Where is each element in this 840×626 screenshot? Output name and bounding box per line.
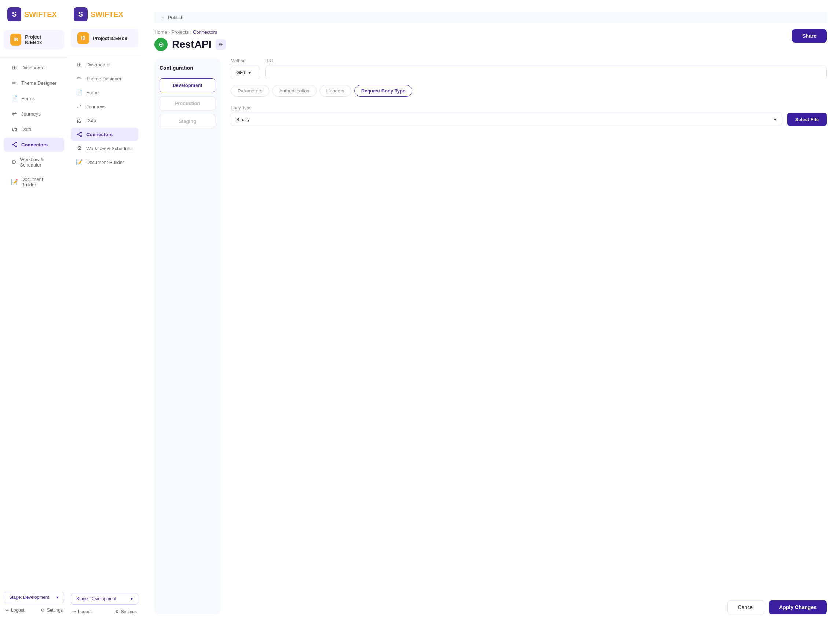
logo: S SWIFTEX (0, 7, 68, 30)
settings-button[interactable]: ⚙ Settings (41, 608, 63, 613)
modal-connector-icon: ⊕ (155, 38, 168, 51)
connectors-icon (11, 141, 17, 148)
modal-logo-icon: S (74, 7, 87, 21)
method-url-row: Method GET ▾ URL (231, 58, 827, 79)
modal-nav-connectors[interactable]: Connectors (71, 128, 138, 141)
modal-sidebar: S SWIFTEX IB Project ICEBox ⊞ Dashboard … (68, 0, 141, 626)
sidebar-item-document-builder[interactable]: 📝 Document Builder (4, 173, 64, 191)
tab-request-body-type[interactable]: Request Body Type (354, 85, 412, 97)
modal-project-name: Project ICEBox (93, 36, 127, 41)
method-group: Method GET ▾ (231, 58, 260, 79)
svg-line-3 (13, 143, 16, 145)
url-group: URL (265, 58, 827, 79)
publish-label: Publish (168, 15, 184, 20)
modal-dashboard-icon: ⊞ (76, 61, 83, 68)
method-label: Method (231, 58, 260, 64)
modal-logout-button[interactable]: ↪ Logout (72, 609, 92, 614)
api-tabs: Parameters Authentication Headers Reques… (231, 85, 827, 97)
modal-logo: S SWIFTEX (68, 7, 141, 29)
document-builder-icon: 📝 (11, 179, 17, 185)
modal-nav-journeys[interactable]: ⇌ Journeys (71, 100, 138, 113)
cancel-button[interactable]: Cancel (728, 600, 765, 614)
modal-avatar: IB (77, 32, 89, 44)
modal-panel: ↑ Publish Home › Projects › Connectors ⊕… (141, 0, 840, 626)
modal-title: RestAPI (172, 39, 211, 50)
modal-body: Configuration Development Production Sta… (155, 58, 827, 614)
modal-journeys-icon: ⇌ (76, 103, 83, 110)
tab-headers[interactable]: Headers (320, 85, 351, 97)
svg-rect-15 (80, 132, 82, 133)
workflow-icon: ⚙ (11, 159, 16, 166)
svg-rect-14 (77, 133, 78, 135)
data-icon: 🗂 (11, 126, 17, 133)
project-badge[interactable]: IB Project ICEBox (4, 30, 64, 49)
config-staging-btn[interactable]: Staging (159, 114, 215, 128)
publish-bar[interactable]: ↑ Publish (155, 12, 827, 23)
sidebar: S SWIFTEX IB Project ICEBox ⊞ Dashboard … (0, 0, 68, 626)
modal-footer: Cancel Apply Changes (231, 592, 827, 614)
svg-rect-0 (12, 144, 13, 145)
body-type-row: Body Type Binary ▾ Select File (231, 105, 827, 126)
svg-rect-2 (16, 146, 17, 147)
dashboard-icon: ⊞ (11, 64, 17, 71)
body-type-group: Body Type Binary ▾ (231, 105, 782, 126)
logo-text: SWIFTEX (24, 10, 57, 19)
stage-dropdown[interactable]: Stage: Development ▾ (4, 592, 64, 603)
theme-designer-icon: ✏ (11, 80, 17, 86)
url-input[interactable] (265, 66, 827, 79)
sidebar-item-dashboard[interactable]: ⊞ Dashboard (4, 61, 64, 75)
url-label: URL (265, 58, 827, 64)
modal-theme-icon: ✏ (76, 75, 83, 82)
apply-changes-button[interactable]: Apply Changes (769, 600, 827, 614)
svg-line-4 (13, 145, 16, 146)
tab-authentication[interactable]: Authentication (272, 85, 316, 97)
share-button[interactable]: Share (792, 29, 827, 42)
config-title: Configuration (159, 65, 215, 71)
forms-icon: 📄 (11, 95, 17, 102)
sidebar-item-workflow[interactable]: ⚙ Workflow & Scheduler (4, 153, 64, 171)
modal-workflow-icon: ⚙ (76, 145, 83, 152)
config-development-btn[interactable]: Development (159, 78, 215, 92)
select-file-button[interactable]: Select File (787, 113, 827, 126)
body-type-select[interactable]: Binary ▾ (231, 113, 782, 126)
modal-nav-workflow[interactable]: ⚙ Workflow & Scheduler (71, 142, 138, 155)
logout-button[interactable]: ↪ Logout (5, 608, 25, 613)
modal-nav-doc-builder[interactable]: 📝 Document Builder (71, 156, 138, 169)
sidebar-item-journeys[interactable]: ⇌ Journeys (4, 107, 64, 121)
sidebar-item-forms[interactable]: 📄 Forms (4, 91, 64, 105)
project-name: Project ICEBox (25, 34, 58, 45)
modal-stage-dropdown[interactable]: Stage: Development ▾ (71, 593, 138, 605)
modal-doc-icon: 📝 (76, 159, 83, 166)
body-type-label: Body Type (231, 105, 782, 110)
journeys-icon: ⇌ (11, 110, 17, 117)
config-panel: Configuration Development Production Sta… (155, 58, 220, 614)
sidebar-item-theme-designer[interactable]: ✏ Theme Designer (4, 76, 64, 90)
modal-nav-theme-designer[interactable]: ✏ Theme Designer (71, 72, 138, 85)
modal-settings-button[interactable]: ⚙ Settings (115, 609, 137, 614)
config-production-btn[interactable]: Production (159, 96, 215, 110)
modal-forms-icon: 📄 (76, 89, 83, 96)
svg-line-18 (78, 134, 80, 136)
modal-title-row: ⊕ RestAPI ✏ (155, 38, 226, 51)
publish-icon: ↑ (162, 15, 164, 20)
svg-line-17 (78, 133, 80, 134)
sidebar-item-connectors[interactable]: Connectors (4, 138, 64, 152)
modal-project-badge[interactable]: IB Project ICEBox (71, 29, 138, 48)
form-panel: Method GET ▾ URL Parameters Authenticati (231, 58, 827, 614)
sidebar-item-data[interactable]: 🗂 Data (4, 122, 64, 136)
logo-icon: S (7, 7, 21, 21)
svg-rect-16 (80, 135, 82, 137)
modal-nav-data[interactable]: 🗂 Data (71, 114, 138, 127)
modal-nav-forms[interactable]: 📄 Forms (71, 86, 138, 99)
modal-logo-text: SWIFTEX (91, 10, 123, 19)
method-select[interactable]: GET ▾ (231, 66, 260, 79)
edit-title-button[interactable]: ✏ (216, 39, 226, 50)
modal-connectors-icon (76, 131, 83, 138)
modal-overlay: S SWIFTEX IB Project ICEBox ⊞ Dashboard … (68, 0, 840, 626)
modal-breadcrumb: Home › Projects › Connectors (155, 29, 226, 35)
modal-data-icon: 🗂 (76, 117, 83, 124)
tab-parameters[interactable]: Parameters (231, 85, 269, 97)
modal-nav-dashboard[interactable]: ⊞ Dashboard (71, 58, 138, 71)
avatar: IB (10, 34, 21, 45)
svg-rect-1 (16, 142, 17, 144)
